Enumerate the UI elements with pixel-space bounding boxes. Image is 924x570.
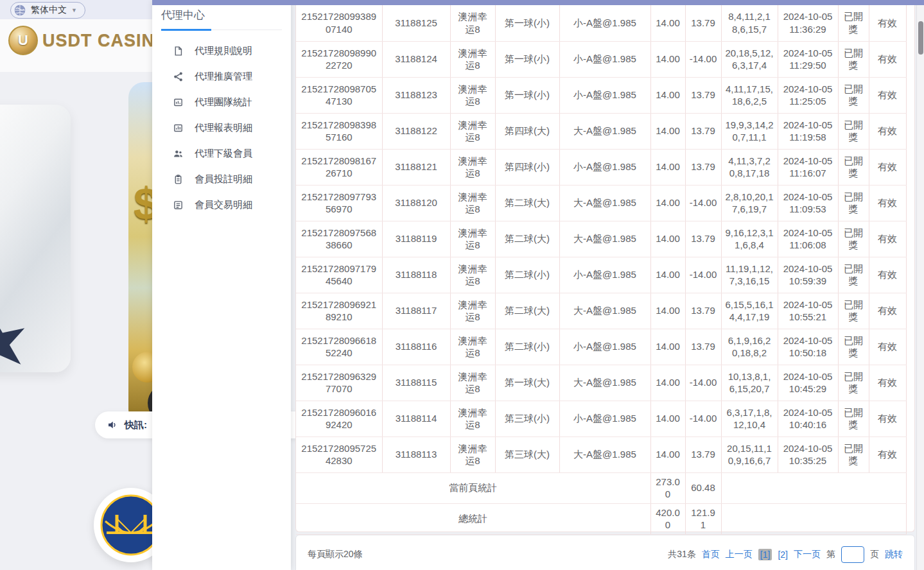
cell-bet-id: 2152172809661852240 [296, 329, 382, 365]
table-row[interactable]: 2152172809779356970 31188120 澳洲幸运8 第二球(大… [296, 185, 906, 221]
cell-draw-numbers: 20,18,5,12,6,3,17,4 [721, 41, 778, 77]
cell-play-type: 第四球(小) [495, 149, 559, 185]
transaction-icon [173, 200, 184, 211]
chevron-down-icon: ▼ [71, 7, 77, 13]
brand-coin-logo[interactable]: U [8, 26, 38, 55]
bet-records-panel: 2152172809938907140 31188125 澳洲幸运8 第一球(小… [295, 5, 915, 532]
first-page-link[interactable]: 首页 [702, 549, 720, 560]
cell-play-type: 第一球(小) [495, 5, 559, 41]
cell-period: 31188124 [382, 41, 450, 77]
table-row[interactable]: 2152172809899022720 31188124 澳洲幸运8 第一球(小… [296, 41, 906, 77]
table-row[interactable]: 2152172809692189210 31188117 澳洲幸运8 第二球(大… [296, 293, 906, 329]
cell-odds: 大-A盤@1.985 [559, 185, 650, 221]
cell-bet-id: 2152172809632977070 [296, 365, 382, 401]
pagination-controls: 共31条 首页 上一页 [1] [2] 下一页 第 页 跳转 [668, 546, 903, 563]
cell-period: 31188119 [382, 221, 450, 257]
scrollbar-thumb[interactable] [918, 21, 923, 55]
jump-suffix-label: 页 [870, 549, 879, 560]
cell-valid-status: 有效 [869, 365, 906, 401]
cell-play-type: 第二球(大) [495, 221, 559, 257]
sidebar-item-downline-members[interactable]: 代理下級會員 [152, 141, 291, 166]
table-row[interactable]: 2152172809839857160 31188122 澳洲幸运8 第四球(大… [296, 113, 906, 149]
sidebar-item-bet-detail[interactable]: 會員投註明細 [152, 166, 291, 192]
cell-game-name: 澳洲幸运8 [450, 221, 495, 257]
cell-bet-amount: 14.00 [650, 401, 685, 436]
cell-win-loss: 13.79 [685, 77, 721, 113]
cell-valid-status: 有效 [869, 41, 906, 77]
vertical-scrollbar[interactable] [916, 0, 924, 570]
prev-page-link[interactable]: 上一页 [726, 549, 753, 560]
sidebar-item-agent-rules[interactable]: 代理規則說明 [152, 38, 291, 64]
table-row[interactable]: 2152172809717945640 31188118 澳洲幸运8 第二球(小… [296, 257, 906, 293]
brand-title: USDT CASINO [42, 31, 169, 51]
summary-total-label: 總統計 [296, 503, 650, 534]
cell-bet-id: 2152172809717945640 [296, 257, 382, 293]
cell-bet-amount: 14.00 [650, 5, 685, 41]
language-selector[interactable]: 繁体中文 ▼ [10, 2, 85, 19]
page-size-label: 每頁顯示20條 [308, 549, 363, 560]
cell-bet-amount: 14.00 [650, 41, 685, 77]
cell-draw-status: 已開獎 [838, 293, 869, 329]
cell-odds: 大-A盤@1.985 [559, 113, 650, 149]
cell-valid-status: 有效 [869, 329, 906, 365]
cell-valid-status: 有效 [869, 185, 906, 221]
cell-play-type: 第一球(大) [495, 365, 559, 401]
cell-win-loss: 13.79 [685, 221, 721, 257]
page-2-link[interactable]: [2] [778, 549, 788, 560]
table-row[interactable]: 2152172809756838660 31188119 澳洲幸运8 第二球(大… [296, 221, 906, 257]
cell-win-loss: -14.00 [685, 185, 721, 221]
team-stats-icon [173, 97, 184, 108]
table-row[interactable]: 2152172809816726710 31188121 澳洲幸运8 第四球(小… [296, 149, 906, 185]
sidebar-title: 代理中心 [161, 8, 282, 22]
cell-bet-time: 2024-10-05 10:50:18 [778, 329, 838, 365]
document-icon [173, 46, 184, 56]
table-row[interactable]: 2152172809870547130 31188123 澳洲幸运8 第一球(小… [296, 77, 906, 113]
cell-draw-numbers: 4,11,17,15,18,6,2,5 [721, 77, 778, 113]
summary-total-empty [721, 503, 906, 534]
cell-bet-id: 2152172809601692420 [296, 401, 382, 436]
cell-bet-amount: 14.00 [650, 221, 685, 257]
cell-play-type: 第三球(小) [495, 401, 559, 436]
cell-valid-status: 有效 [869, 293, 906, 329]
cell-win-loss: 13.79 [685, 293, 721, 329]
cell-play-type: 第二球(小) [495, 257, 559, 293]
agent-center-sidebar: 代理中心 代理規則說明 代理推廣管理 代理團隊統計 代理報表明細 [152, 0, 291, 570]
summary-current-amount: 273.00 [650, 472, 685, 503]
cell-bet-amount: 14.00 [650, 257, 685, 293]
summary-current-winloss: 60.48 [685, 472, 721, 503]
next-page-link[interactable]: 下一页 [794, 549, 821, 560]
sidebar-item-transaction-detail[interactable]: 會員交易明細 [152, 192, 291, 218]
coin-letter: U [18, 32, 28, 49]
page-jump-input[interactable] [841, 546, 864, 563]
table-row[interactable]: 2152172809661852240 31188116 澳洲幸运8 第二球(小… [296, 329, 906, 365]
console-banner-image[interactable]: ★ [0, 105, 71, 372]
cell-bet-time: 2024-10-05 10:35:25 [778, 436, 838, 472]
cell-bet-amount: 14.00 [650, 149, 685, 185]
cell-win-loss: -14.00 [685, 365, 721, 401]
table-row[interactable]: 2152172809601692420 31188114 澳洲幸运8 第三球(小… [296, 401, 906, 436]
cell-game-name: 澳洲幸运8 [450, 41, 495, 77]
jump-prefix-label: 第 [826, 549, 835, 560]
sidebar-item-team-stats[interactable]: 代理團隊統計 [152, 89, 291, 115]
sidebar-item-label: 代理團隊統計 [195, 96, 252, 108]
cell-bet-time: 2024-10-05 11:19:58 [778, 113, 838, 149]
cell-game-name: 澳洲幸运8 [450, 185, 495, 221]
cell-bet-id: 2152172809938907140 [296, 5, 382, 41]
jump-button[interactable]: 跳转 [885, 549, 903, 560]
speaker-icon [107, 419, 118, 431]
table-row[interactable]: 2152172809632977070 31188115 澳洲幸运8 第一球(大… [296, 365, 906, 401]
sidebar-item-agent-promotion[interactable]: 代理推廣管理 [152, 64, 291, 89]
cell-draw-status: 已開獎 [838, 401, 869, 436]
page-1-current[interactable]: [1] [758, 549, 772, 560]
cell-period: 31188115 [382, 365, 450, 401]
table-row[interactable]: 2152172809572542830 31188113 澳洲幸运8 第三球(大… [296, 436, 906, 472]
cell-bet-amount: 14.00 [650, 365, 685, 401]
cell-draw-status: 已開獎 [838, 365, 869, 401]
cell-win-loss: 13.79 [685, 436, 721, 472]
cell-bet-id: 2152172809779356970 [296, 185, 382, 221]
cell-odds: 大-A盤@1.985 [559, 365, 650, 401]
summary-current-empty [721, 472, 906, 503]
cell-bet-id: 2152172809572542830 [296, 436, 382, 472]
table-row[interactable]: 2152172809938907140 31188125 澳洲幸运8 第一球(小… [296, 5, 906, 41]
sidebar-item-report-detail[interactable]: 代理報表明細 [152, 115, 291, 141]
